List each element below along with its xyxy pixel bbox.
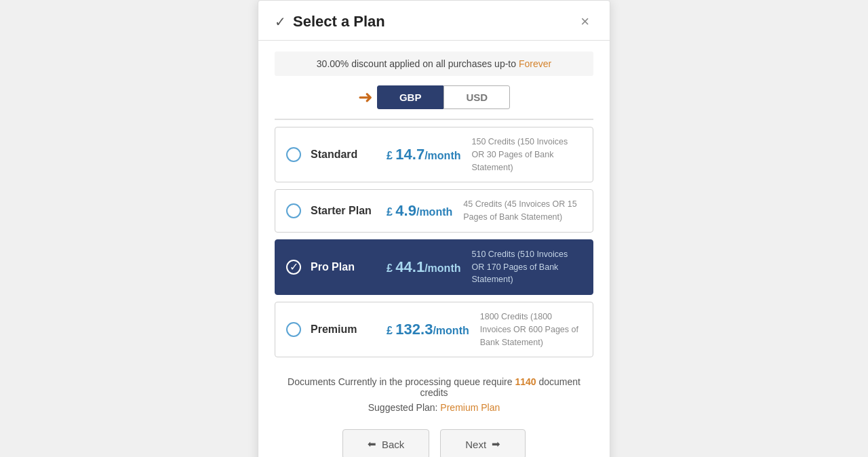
currency-usd-button[interactable]: USD [443, 85, 510, 109]
modal-title: Select a Plan [293, 13, 385, 31]
plan-desc-starter: 45 Credits (45 Invoices OR 15 Pages of B… [452, 198, 582, 224]
plan-name-pro: Pro Plan [311, 261, 378, 273]
modal-header: ✓ Select a Plan × [258, 1, 610, 41]
discount-text: 30.00% discount applied on all purchases… [317, 58, 519, 69]
plan-name-premium: Premium [311, 323, 378, 336]
plan-price-starter: £ 4.9/month [387, 202, 452, 220]
plan-price-standard: £ 14.7/month [387, 146, 461, 163]
suggested-plan-link[interactable]: Premium Plan [440, 402, 500, 413]
select-plan-modal: ✓ Select a Plan × 30.00% discount applie… [258, 0, 610, 457]
plan-desc-standard: 150 Credits (150 Invoices OR 30 Pages of… [461, 136, 583, 174]
close-button[interactable]: × [576, 13, 593, 31]
plan-radio-premium [286, 322, 301, 337]
plan-desc-premium: 1800 Credits (1800 Invoices OR 600 Pages… [469, 311, 582, 349]
credits-count: 1140 [515, 376, 536, 387]
title-group: ✓ Select a Plan [275, 13, 385, 31]
plan-name-standard: Standard [311, 148, 378, 161]
plan-row-starter[interactable]: Starter Plan £ 4.9/month 45 Credits (45 … [275, 189, 593, 233]
currency-toggle-section: ➜ GBP USD [275, 85, 593, 120]
plan-radio-standard [286, 147, 301, 162]
back-label: Back [382, 439, 404, 450]
next-button[interactable]: Next ➡ [440, 429, 526, 457]
plans-list: Standard £ 14.7/month 150 Credits (150 I… [258, 120, 610, 357]
discount-forever: Forever [519, 58, 551, 69]
plan-row-standard[interactable]: Standard £ 14.7/month 150 Credits (150 I… [275, 127, 593, 182]
suggested-plan-info: Suggested Plan: Premium Plan [275, 402, 593, 413]
suggested-label: Suggested Plan: [368, 402, 441, 413]
check-icon: ✓ [275, 14, 286, 30]
plan-name-starter: Starter Plan [311, 205, 378, 217]
plan-price-pro: £ 44.1/month [387, 258, 461, 276]
discount-banner: 30.00% discount applied on all purchases… [275, 52, 593, 76]
queue-info: Documents Currently in the processing qu… [275, 376, 593, 398]
arrow-icon: ➜ [358, 87, 373, 108]
next-icon: ➡ [492, 438, 500, 450]
bottom-info: Documents Currently in the processing qu… [258, 364, 610, 420]
queue-text-before: Documents Currently in the processing qu… [288, 376, 515, 387]
plan-row-pro[interactable]: ✓ Pro Plan £ 44.1/month 510 Credits (510… [275, 239, 593, 295]
plan-price-premium: £ 132.3/month [387, 321, 469, 338]
next-label: Next [465, 439, 486, 450]
plan-row-premium[interactable]: Premium £ 132.3/month 1800 Credits (1800… [275, 302, 593, 357]
plan-check-pro: ✓ [290, 260, 298, 273]
plan-radio-pro: ✓ [286, 260, 301, 275]
plan-desc-pro: 510 Credits (510 Invoices OR 170 Pages o… [461, 248, 583, 286]
currency-gbp-button[interactable]: GBP [377, 85, 444, 109]
back-icon: ⬅ [368, 438, 376, 450]
modal-footer: ⬅ Back Next ➡ [258, 420, 610, 457]
plan-radio-starter [286, 203, 301, 218]
back-button[interactable]: ⬅ Back [342, 429, 429, 457]
